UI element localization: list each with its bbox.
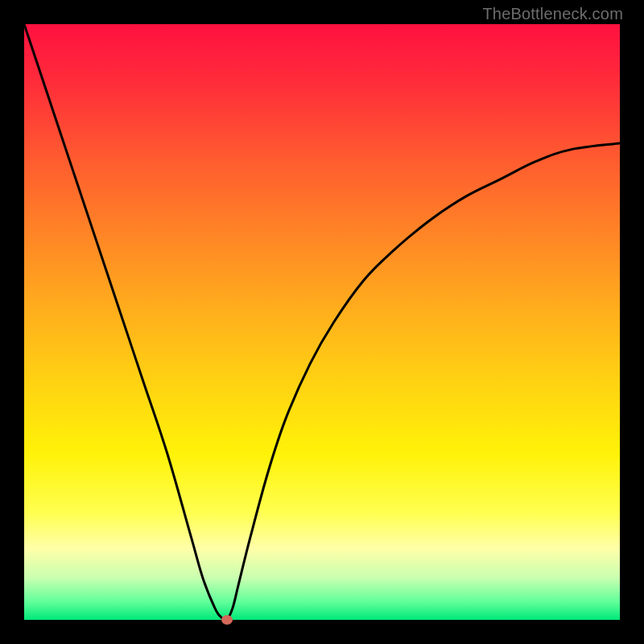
bottleneck-curve [24, 24, 620, 620]
watermark-text: TheBottleneck.com [482, 5, 623, 23]
min-point-marker [221, 615, 233, 625]
chart-frame: TheBottleneck.com [0, 0, 644, 644]
plot-area [24, 24, 620, 620]
